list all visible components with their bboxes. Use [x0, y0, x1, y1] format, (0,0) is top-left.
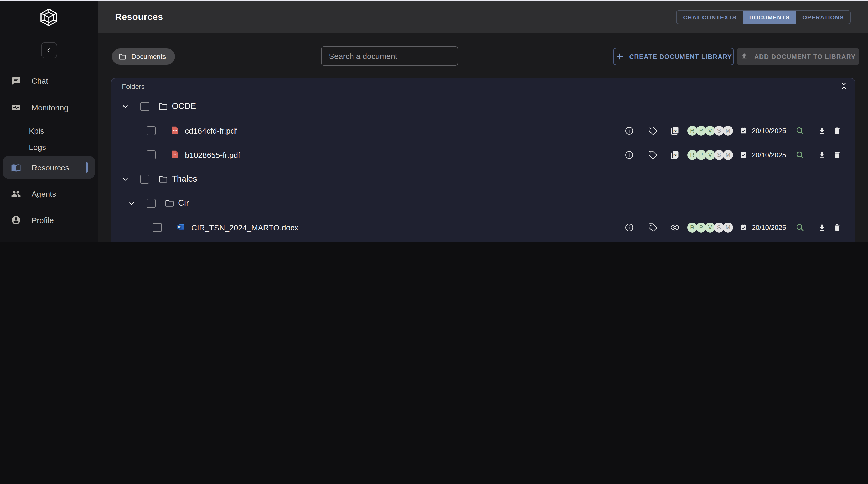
tab-documents[interactable]: DOCUMENTS	[743, 10, 796, 24]
breadcrumb-label: Documents	[131, 53, 166, 60]
trash-icon[interactable]	[833, 223, 841, 232]
docx-file-icon: w	[177, 222, 185, 231]
pdf-preview-icon[interactable]: PDF	[670, 125, 680, 136]
avatar-m: M	[723, 125, 733, 136]
sidebar: Chat Monitoring Kpis Logs Resources Agen…	[0, 1, 98, 242]
create-document-library-label: CREATE DOCUMENT LIBRARY	[629, 53, 732, 60]
add-document-to-library-button[interactable]: ADD DOCUMENT TO LIBRARY	[737, 48, 859, 65]
tag-icon[interactable]	[648, 126, 657, 135]
download-icon[interactable]	[817, 150, 826, 159]
tab-chat-contexts[interactable]: CHAT CONTEXTS	[677, 10, 743, 24]
sidebar-item-label: Logs	[29, 143, 46, 151]
sidebar-item-chat[interactable]: Chat	[3, 70, 95, 91]
avatar-stack: RPVSM	[687, 222, 733, 232]
chevron-down-icon[interactable]	[121, 102, 129, 110]
sidebar-item-label: Resources	[32, 163, 69, 172]
avatar-s: S	[714, 150, 724, 160]
avatar-m: M	[723, 222, 733, 232]
svg-text:PDF: PDF	[674, 153, 678, 156]
app-logo	[0, 1, 98, 33]
file-name: cd164cfd-fr.pdf	[185, 126, 237, 135]
sidebar-item-label: Kpis	[29, 126, 44, 135]
search-icon[interactable]	[795, 125, 805, 136]
sidebar-collapse-button[interactable]	[41, 42, 57, 58]
chevron-down-icon[interactable]	[127, 199, 135, 207]
sidebar-item-logs[interactable]: Logs	[0, 139, 98, 155]
search-icon[interactable]	[795, 222, 805, 232]
file-date: 20/10/2025	[752, 126, 786, 135]
calendar-icon	[739, 126, 748, 135]
create-document-library-button[interactable]: CREATE DOCUMENT LIBRARY	[613, 48, 734, 65]
folder-row[interactable]: OCDE	[112, 94, 855, 118]
tag-icon[interactable]	[648, 150, 657, 160]
trash-icon[interactable]	[833, 126, 841, 135]
search-input[interactable]	[321, 46, 458, 66]
avatar-r: R	[687, 125, 697, 136]
main-content: Documents CREATE DOCUMENT LIBRARY ADD DO…	[98, 33, 868, 242]
avatar-s: S	[714, 222, 724, 232]
info-icon[interactable]	[624, 150, 634, 160]
tag-icon[interactable]	[648, 223, 657, 232]
sidebar-item-label: Chat	[32, 76, 48, 85]
file-row[interactable]: w CIR_TSN_2024_MARTO.docx RPVSM 20/10/20…	[112, 215, 855, 239]
upload-icon	[740, 52, 749, 61]
info-icon[interactable]	[624, 125, 634, 136]
avatar-r: R	[687, 222, 697, 232]
sidebar-item-profile[interactable]: Profile	[3, 209, 95, 230]
chat-icon	[11, 76, 21, 85]
file-date: 20/10/2025	[752, 223, 786, 231]
row-checkbox[interactable]	[140, 102, 149, 111]
unfold-less-icon[interactable]	[840, 82, 848, 90]
pdf-file-icon: PDF	[170, 150, 179, 159]
row-checkbox[interactable]	[147, 199, 156, 207]
sidebar-item-resources[interactable]: Resources	[3, 156, 95, 179]
file-name: CIR_TSN_2024_MARTO.docx	[191, 223, 298, 232]
sidebar-nav: Chat Monitoring Kpis Logs Resources Agen…	[0, 70, 98, 230]
sidebar-item-monitoring[interactable]: Monitoring	[3, 97, 95, 118]
folder-name: Cir	[178, 198, 189, 208]
top-bar: Resources CHAT CONTEXTSDOCUMENTSOPERATIO…	[98, 1, 868, 33]
row-checkbox[interactable]	[147, 150, 156, 159]
pdf-file-icon: PDF	[170, 125, 179, 135]
sidebar-item-agents[interactable]: Agents	[3, 183, 95, 204]
folder-row[interactable]: Thales	[112, 167, 855, 191]
tab-operations[interactable]: OPERATIONS	[796, 10, 850, 24]
profile-icon	[11, 215, 21, 225]
folder-row[interactable]: Cir	[112, 191, 855, 215]
svg-text:PDF: PDF	[173, 153, 177, 156]
file-row[interactable]: PDF cd164cfd-fr.pdf PDF RPVSM 20/10/2025	[112, 118, 855, 143]
svg-text:PDF: PDF	[674, 129, 678, 132]
avatar-s: S	[714, 125, 724, 136]
download-icon[interactable]	[817, 126, 826, 135]
download-icon[interactable]	[817, 223, 826, 232]
file-actions: PDF RPVSM 20/10/2025	[624, 149, 855, 160]
view-tabs: CHAT CONTEXTSDOCUMENTSOPERATIONS	[676, 10, 851, 24]
folder-icon	[164, 198, 175, 208]
row-checkbox[interactable]	[147, 126, 156, 135]
eye-icon[interactable]	[670, 222, 680, 232]
monitoring-icon	[11, 102, 21, 112]
sidebar-item-kpis[interactable]: Kpis	[0, 122, 98, 139]
search-icon[interactable]	[795, 150, 805, 160]
avatar-m: M	[723, 150, 733, 160]
svg-text:PDF: PDF	[173, 129, 177, 132]
trash-icon[interactable]	[833, 150, 841, 159]
row-checkbox[interactable]	[140, 174, 149, 183]
calendar-icon	[739, 223, 748, 231]
calendar-icon	[739, 150, 748, 159]
pdf-preview-icon[interactable]: PDF	[670, 150, 680, 160]
file-row[interactable]: PDF b1028655-fr.pdf PDF RPVSM 20/10/2025	[112, 143, 855, 167]
folder-name: Thales	[172, 174, 197, 183]
sidebar-item-label: Profile	[32, 216, 54, 224]
info-icon[interactable]	[624, 222, 634, 232]
plus-icon	[615, 52, 624, 61]
avatar-v: V	[705, 150, 715, 160]
row-checkbox[interactable]	[153, 223, 162, 232]
file-name: b1028655-fr.pdf	[185, 150, 240, 159]
breadcrumb[interactable]: Documents	[112, 49, 175, 65]
file-row[interactable]: w CIR_TSN_2024_BIDGPT.docx RPVSM 20/10/2…	[112, 239, 855, 242]
chevron-down-icon[interactable]	[121, 175, 129, 183]
avatar-stack: RPVSM	[687, 150, 733, 160]
folders-panel-title: Folders	[122, 82, 145, 90]
sidebar-item-label: Monitoring	[32, 103, 68, 112]
